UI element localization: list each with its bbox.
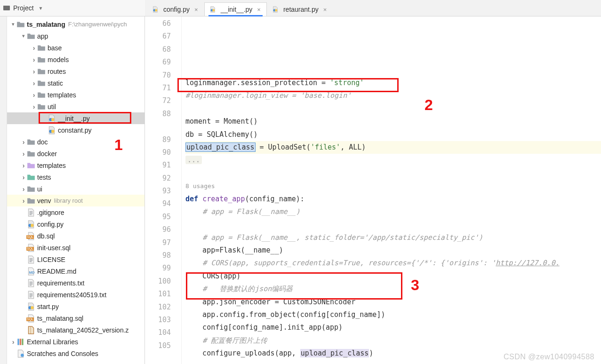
tree-folder-docker[interactable]: docker <box>7 148 144 159</box>
svg-point-6 <box>51 118 55 121</box>
project-tree[interactable]: ts_malatangF:\zhangwenwei\pychappbasemod… <box>7 16 145 364</box>
tree-folder-models[interactable]: models <box>7 54 144 65</box>
svg-rect-14 <box>17 339 19 345</box>
editor-tab[interactable]: __init__.py× <box>204 2 267 16</box>
editor-tab[interactable]: config.py× <box>147 2 204 16</box>
project-label[interactable]: Project <box>13 4 34 12</box>
tree-file[interactable]: SQLts_malatang.sql <box>7 312 144 324</box>
project-icon <box>3 4 10 12</box>
annotation-1: 1 <box>114 136 123 154</box>
tree-folder-tests[interactable]: tests <box>7 171 144 183</box>
tree-file[interactable]: config.py <box>7 218 144 230</box>
tree-file[interactable]: ts_malatang_240522_version.z <box>7 324 144 336</box>
close-icon[interactable]: × <box>257 6 261 13</box>
svg-rect-15 <box>20 339 21 345</box>
line-number-gutter: 6667686970717288899091929394959697989910… <box>145 16 182 364</box>
svg-point-13 <box>31 306 34 309</box>
tree-external-libraries[interactable]: External Libraries <box>7 336 144 348</box>
tree-folder-base[interactable]: base <box>7 42 144 54</box>
svg-rect-1 <box>3 6 6 7</box>
close-icon[interactable]: × <box>194 6 198 13</box>
svg-point-8 <box>51 129 55 133</box>
python-file-icon <box>209 6 216 13</box>
editor-tab[interactable]: retaurant.py× <box>267 2 333 16</box>
tree-file[interactable]: requirements.txt <box>7 277 144 289</box>
svg-point-10 <box>31 223 34 227</box>
tree-file[interactable]: requirements240519.txt <box>7 289 144 301</box>
tree-file[interactable]: start.py <box>7 301 144 312</box>
svg-text:MD: MD <box>29 270 35 274</box>
close-icon[interactable]: × <box>323 6 327 13</box>
code-editor[interactable]: 2 3 loginmanager.session_protection = 's… <box>182 16 601 364</box>
tree-folder-templates[interactable]: templates <box>7 159 144 171</box>
svg-point-19 <box>155 9 157 11</box>
tree-file-constant-py[interactable]: constant.py <box>7 124 144 136</box>
python-file-icon <box>272 6 279 13</box>
svg-rect-16 <box>22 339 23 345</box>
tree-file[interactable]: .gitignore <box>7 206 144 218</box>
svg-point-17 <box>21 354 24 357</box>
tree-folder-app[interactable]: app <box>7 30 144 42</box>
tree-folder-util[interactable]: util <box>7 101 144 112</box>
editor-tabs: config.py×__init__.py×retaurant.py× <box>145 0 601 16</box>
tree-folder-ui[interactable]: ui <box>7 183 144 195</box>
tree-folder-venv[interactable]: venvlibrary root <box>7 195 144 206</box>
annotation-3: 3 <box>411 277 419 294</box>
svg-point-23 <box>275 9 277 11</box>
tree-file[interactable]: MDREADME.md <box>7 265 144 277</box>
python-file-icon <box>152 6 159 13</box>
tree-scratches[interactable]: Scratches and Consoles <box>7 348 144 359</box>
svg-point-21 <box>212 9 215 11</box>
tree-folder-static[interactable]: static <box>7 77 144 89</box>
tree-root[interactable]: ts_malatangF:\zhangwenwei\pych <box>7 18 144 30</box>
tree-file[interactable]: SQLinit-user.sql <box>7 242 144 253</box>
editor-area: config.py×__init__.py×retaurant.py× 6667… <box>145 16 601 364</box>
watermark-text: CSDN @zew1040994588 <box>504 353 594 361</box>
tree-file[interactable]: LICENSE <box>7 253 144 265</box>
chevron-down-icon[interactable]: ▼ <box>39 6 43 11</box>
left-gutter-bar <box>0 16 7 364</box>
tree-folder-templates[interactable]: templates <box>7 89 144 101</box>
tree-file-init-py[interactable]: __init__.py <box>7 112 144 124</box>
tree-folder-routes[interactable]: routes <box>7 65 144 77</box>
annotation-2: 2 <box>425 96 433 114</box>
tree-folder-doc[interactable]: doc <box>7 136 144 148</box>
tree-file[interactable]: SQLdb.sql <box>7 230 144 242</box>
